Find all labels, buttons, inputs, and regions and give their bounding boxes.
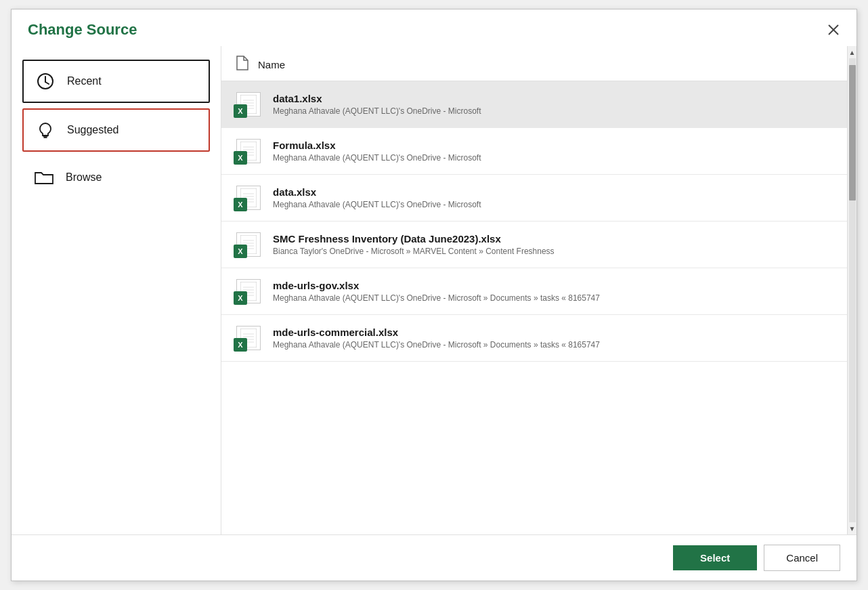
close-icon [828, 24, 839, 35]
file-info-6: mde-urls-commercial.xlsx Meghana Athaval… [273, 326, 600, 350]
excel-icon-3: X [235, 184, 262, 211]
file-path-4: Bianca Taylor's OneDrive - Microsoft » M… [273, 247, 555, 256]
excel-icon-4: X [235, 231, 262, 258]
file-name-6: mde-urls-commercial.xlsx [273, 326, 600, 338]
folder-icon [33, 167, 55, 188]
dialog-title: Change Source [28, 21, 137, 39]
excel-icon-2: X [235, 138, 262, 165]
browse-label: Browse [66, 171, 102, 184]
file-info-3: data.xlsx Meghana Athavale (AQUENT LLC)'… [273, 186, 481, 209]
file-info-2: Formula.xlsx Meghana Athavale (AQUENT LL… [273, 140, 481, 163]
sidebar: Recent Suggested [12, 46, 221, 534]
select-button[interactable]: Select [673, 545, 757, 570]
right-section: Name [221, 46, 856, 534]
file-path-6: Meghana Athavale (AQUENT LLC)'s OneDrive… [273, 340, 600, 350]
file-name-4: SMC Freshness Inventory (Data June2023).… [273, 233, 555, 245]
excel-icon-1: X [235, 91, 262, 118]
svg-line-4 [45, 82, 49, 84]
sidebar-item-suggested[interactable]: Suggested [22, 108, 210, 152]
excel-icon-6: X [235, 324, 262, 352]
lightbulb-icon [35, 119, 56, 141]
sidebar-item-browse[interactable]: Browse [22, 157, 210, 198]
file-path-3: Meghana Athavale (AQUENT LLC)'s OneDrive… [273, 200, 481, 209]
file-name-2: Formula.xlsx [273, 140, 481, 151]
file-item-6[interactable]: X mde-urls-commercial.xlsx Meghana Athav… [221, 315, 847, 362]
file-name-5: mde-urls-gov.xlsx [273, 280, 600, 291]
file-info-4: SMC Freshness Inventory (Data June2023).… [273, 233, 555, 256]
scrollbar-track[interactable] [849, 58, 856, 522]
excel-icon-5: X [235, 278, 262, 305]
sidebar-item-recent[interactable]: Recent [22, 60, 210, 103]
content-area: Name [221, 46, 847, 534]
file-name-1: data1.xlsx [273, 93, 481, 104]
file-item-2[interactable]: X Formula.xlsx Meghana Athavale (AQUENT … [221, 128, 847, 175]
dialog-body: Recent Suggested [12, 46, 856, 534]
close-button[interactable] [824, 20, 843, 39]
file-path-1: Meghana Athavale (AQUENT LLC)'s OneDrive… [273, 106, 481, 116]
clock-icon [35, 70, 56, 92]
dialog-footer: Select Cancel [12, 534, 856, 581]
dialog-header: Change Source [12, 9, 856, 46]
file-info-5: mde-urls-gov.xlsx Meghana Athavale (AQUE… [273, 280, 600, 303]
suggested-label: Suggested [67, 124, 119, 136]
file-list-header: Name [221, 46, 847, 81]
cancel-button[interactable]: Cancel [764, 545, 840, 571]
file-item-1[interactable]: X data1.xlsx Meghana Athavale (AQUENT LL… [221, 81, 847, 128]
file-info-1: data1.xlsx Meghana Athavale (AQUENT LLC)… [273, 93, 481, 116]
file-item-4[interactable]: X SMC Freshness Inventory (Data June2023… [221, 222, 847, 268]
file-name-3: data.xlsx [273, 186, 481, 198]
recent-label: Recent [67, 75, 102, 87]
file-path-5: Meghana Athavale (AQUENT LLC)'s OneDrive… [273, 293, 600, 303]
scrollbar[interactable]: ▲ ▼ [847, 46, 856, 534]
scroll-down-arrow[interactable]: ▼ [848, 524, 857, 533]
file-item-5[interactable]: X mde-urls-gov.xlsx Meghana Athavale (AQ… [221, 268, 847, 315]
file-item-3[interactable]: X data.xlsx Meghana Athavale (AQUENT LLC… [221, 175, 847, 222]
file-path-2: Meghana Athavale (AQUENT LLC)'s OneDrive… [273, 153, 481, 163]
file-list-column-name: Name [258, 59, 285, 70]
scrollbar-thumb[interactable] [849, 65, 856, 201]
file-header-icon [235, 56, 248, 74]
change-source-dialog: Change Source Recent [11, 9, 857, 581]
scroll-up-arrow[interactable]: ▲ [848, 47, 857, 57]
file-list: X data1.xlsx Meghana Athavale (AQUENT LL… [221, 81, 847, 534]
